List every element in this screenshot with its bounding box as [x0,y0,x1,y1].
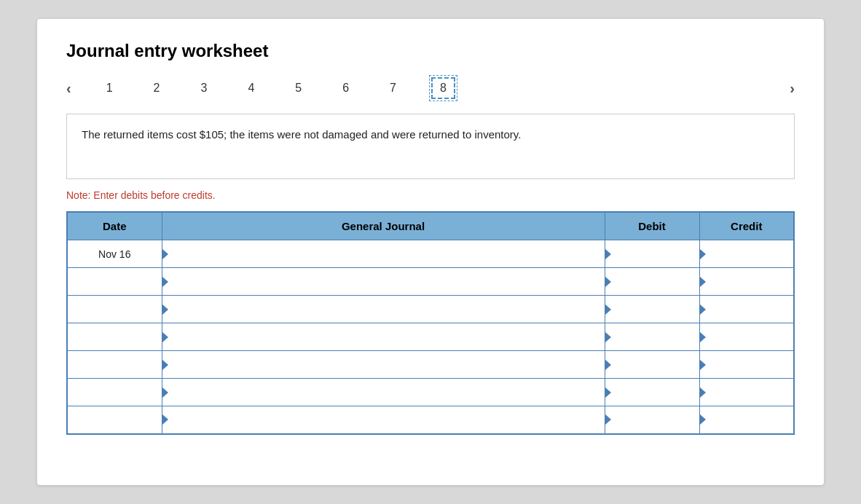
header-date: Date [67,212,162,240]
debit-cell-3[interactable] [605,323,699,351]
date-cell-3 [67,323,162,351]
note-text: Note: Enter debits before credits. [66,189,795,201]
credit-cell-1[interactable] [699,268,794,296]
debit-cell-5[interactable] [605,379,699,406]
credit-cell-5[interactable] [699,379,794,406]
gj-cell-5[interactable] [162,379,605,406]
debit-input-3[interactable] [605,323,699,350]
table-row [67,406,794,434]
worksheet-card: Journal entry worksheet ‹ 12345678› The … [37,19,824,485]
debit-input-2[interactable] [605,296,699,323]
date-cell-1 [67,268,162,296]
header-credit: Credit [699,212,794,240]
credit-cell-0[interactable] [699,240,794,268]
debit-cell-4[interactable] [605,351,699,379]
pagination: ‹ 12345678› [66,77,795,99]
credit-input-2[interactable] [700,296,794,323]
gj-cell-0[interactable] [162,240,605,268]
debit-cell-6[interactable] [605,406,699,434]
table-row [67,379,794,406]
debit-input-4[interactable] [605,351,699,378]
header-debit: Debit [605,212,699,240]
page-6[interactable]: 6 [337,79,355,98]
gj-input-6[interactable] [162,406,605,433]
date-cell-6 [67,406,162,434]
debit-cell-1[interactable] [605,268,699,296]
date-cell-0: Nov 16 [67,240,162,268]
credit-input-0[interactable] [700,240,794,267]
debit-cell-0[interactable] [605,240,699,268]
page-3[interactable]: 3 [194,79,213,98]
table-row [67,351,794,379]
gj-cell-1[interactable] [162,268,605,296]
table-row [67,296,794,323]
table-row [67,323,794,351]
date-cell-5 [67,379,162,406]
gj-cell-6[interactable] [162,406,605,434]
debit-input-1[interactable] [605,268,699,295]
gj-input-5[interactable] [162,379,605,406]
gj-input-2[interactable] [162,296,605,323]
credit-input-1[interactable] [700,268,794,295]
credit-cell-2[interactable] [699,296,794,323]
page-5[interactable]: 5 [289,79,307,98]
gj-input-0[interactable] [162,240,605,267]
page-title: Journal entry worksheet [66,41,795,61]
page-4[interactable]: 4 [242,79,260,98]
gj-input-3[interactable] [162,323,605,350]
date-cell-4 [67,351,162,379]
journal-table: Date General Journal Debit Credit Nov 16 [66,211,795,435]
credit-input-4[interactable] [700,351,794,378]
credit-cell-6[interactable] [699,406,794,434]
credit-input-5[interactable] [700,379,794,406]
gj-input-1[interactable] [162,268,605,295]
gj-cell-4[interactable] [162,351,605,379]
credit-input-3[interactable] [700,323,794,350]
gj-input-4[interactable] [162,351,605,378]
description-text: The returned items cost $105; the items … [82,128,521,141]
credit-input-6[interactable] [700,406,794,433]
page-1[interactable]: 1 [101,79,119,98]
debit-cell-2[interactable] [605,296,699,323]
page-2[interactable]: 2 [148,79,166,98]
table-row [67,268,794,296]
page-7[interactable]: 7 [384,79,402,98]
debit-input-6[interactable] [605,406,699,433]
table-row: Nov 16 [67,240,794,268]
gj-cell-3[interactable] [162,323,605,351]
credit-cell-4[interactable] [699,351,794,379]
page-8[interactable]: 8 [431,77,455,99]
credit-cell-3[interactable] [699,323,794,351]
debit-input-0[interactable] [605,240,699,267]
header-general-journal: General Journal [162,212,605,240]
debit-input-5[interactable] [605,379,699,406]
next-arrow[interactable]: › [790,80,795,97]
prev-arrow[interactable]: ‹ [66,80,71,97]
description-box: The returned items cost $105; the items … [66,114,795,179]
date-cell-2 [67,296,162,323]
gj-cell-2[interactable] [162,296,605,323]
